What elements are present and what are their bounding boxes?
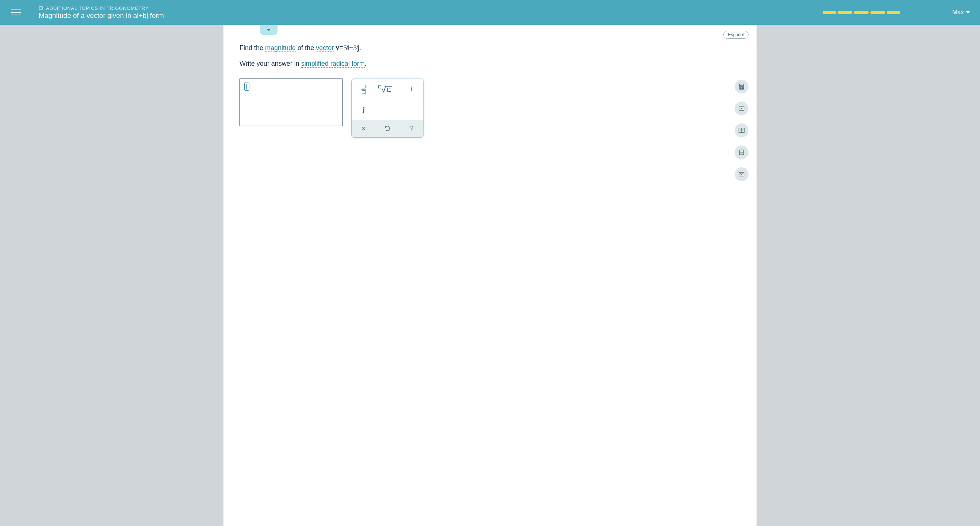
user-menu[interactable]: Max bbox=[952, 9, 970, 16]
formula: v=5i−5j bbox=[336, 43, 359, 51]
key-nth-root[interactable] bbox=[375, 79, 399, 99]
key-i[interactable]: i bbox=[399, 79, 423, 99]
calculator-button[interactable] bbox=[735, 80, 749, 94]
stage: Español Find the magnitude of the vector… bbox=[223, 25, 757, 526]
progress-segment bbox=[887, 11, 900, 14]
book-icon bbox=[738, 127, 745, 134]
key-empty bbox=[375, 99, 399, 120]
calculator-icon bbox=[738, 83, 745, 90]
glossary-term-vector[interactable]: vector bbox=[316, 44, 334, 52]
root-icon bbox=[378, 86, 396, 93]
key-help[interactable]: ? bbox=[399, 120, 423, 137]
x-icon bbox=[361, 126, 367, 132]
help-icon: ? bbox=[409, 124, 413, 133]
key-empty bbox=[399, 99, 423, 120]
dictionary-button[interactable]: Aa bbox=[735, 145, 749, 159]
dropdown-tab[interactable] bbox=[260, 25, 277, 35]
language-label: Español bbox=[728, 32, 744, 37]
fraction-icon bbox=[361, 85, 366, 94]
menu-button[interactable] bbox=[5, 0, 28, 25]
undo-icon bbox=[384, 125, 391, 132]
video-button[interactable] bbox=[735, 102, 749, 115]
book-button[interactable] bbox=[735, 123, 749, 137]
keypad: i j bbox=[351, 78, 423, 138]
glossary-term-simplified-radical[interactable]: simplified radical form bbox=[301, 60, 365, 68]
user-name: Max bbox=[952, 9, 964, 16]
svg-text:Aa: Aa bbox=[740, 151, 743, 154]
key-clear[interactable] bbox=[352, 120, 375, 137]
category-label: ADDITIONAL TOPICS IN TRIGONOMETRY bbox=[46, 5, 149, 11]
text: Write your answer in bbox=[240, 60, 301, 67]
progress-segment bbox=[838, 11, 852, 14]
key-j[interactable]: j bbox=[352, 99, 375, 120]
text: . bbox=[359, 44, 361, 51]
app-root: ADDITIONAL TOPICS IN TRIGONOMETRY Magnit… bbox=[0, 0, 980, 526]
key-fraction[interactable] bbox=[352, 79, 375, 99]
side-tools: Aa bbox=[735, 80, 749, 181]
key-label: i bbox=[410, 86, 412, 93]
answer-input[interactable] bbox=[240, 78, 342, 126]
caret-down-icon bbox=[267, 29, 270, 31]
progress-segment bbox=[870, 11, 885, 14]
stage-wrap: Español Find the magnitude of the vector… bbox=[0, 25, 980, 526]
question-block: Find the magnitude of the vector v=5i−5j… bbox=[240, 42, 757, 68]
text: of the bbox=[296, 44, 316, 51]
input-cursor-icon bbox=[244, 83, 250, 91]
answer-row: i j bbox=[240, 78, 757, 138]
question-line-1: Find the magnitude of the vector v=5i−5j… bbox=[240, 42, 757, 53]
mail-icon bbox=[738, 171, 745, 178]
topic-title: Magnitude of a vector given in ai+bj for… bbox=[39, 12, 821, 20]
key-label: j bbox=[363, 106, 365, 113]
language-button[interactable]: Español bbox=[723, 31, 749, 39]
progress-bar bbox=[821, 10, 901, 15]
glossary-term-magnitude[interactable]: magnitude bbox=[265, 44, 296, 52]
mail-button[interactable] bbox=[735, 167, 749, 181]
question-line-2: Write your answer in simplified radical … bbox=[240, 59, 757, 68]
progress-segment bbox=[822, 11, 836, 14]
dictionary-icon: Aa bbox=[738, 149, 745, 156]
text: Find the bbox=[240, 44, 265, 51]
svg-rect-15 bbox=[739, 172, 744, 176]
video-icon bbox=[738, 105, 745, 112]
category-row: ADDITIONAL TOPICS IN TRIGONOMETRY bbox=[39, 5, 821, 11]
header-bar: ADDITIONAL TOPICS IN TRIGONOMETRY Magnit… bbox=[0, 0, 980, 25]
key-undo[interactable] bbox=[375, 120, 399, 137]
progress-segment bbox=[854, 11, 869, 14]
text: . bbox=[365, 60, 367, 67]
caret-down-icon bbox=[966, 11, 970, 14]
status-circle-icon bbox=[39, 6, 43, 10]
title-block: ADDITIONAL TOPICS IN TRIGONOMETRY Magnit… bbox=[39, 5, 821, 20]
